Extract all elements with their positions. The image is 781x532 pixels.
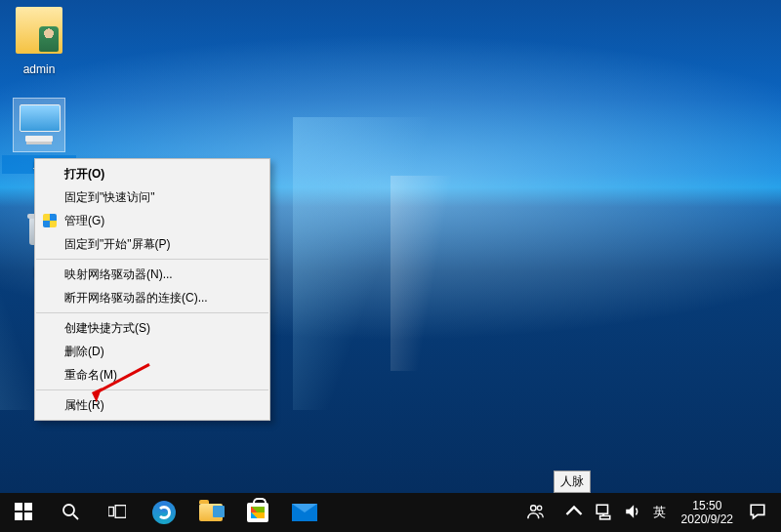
ctx-rename[interactable]: 重命名(M) — [35, 363, 269, 387]
store-icon — [247, 503, 268, 522]
action-center[interactable] — [743, 493, 772, 532]
svg-rect-6 — [108, 507, 113, 515]
ctx-separator — [36, 389, 268, 390]
ctx-separator — [36, 312, 268, 313]
taskbar-app-explorer[interactable] — [187, 493, 234, 532]
ctx-pin-start[interactable]: 固定到"开始"屏幕(P) — [35, 232, 269, 256]
svg-point-4 — [63, 505, 74, 515]
tray-overflow[interactable] — [559, 493, 589, 532]
task-view-button[interactable] — [94, 493, 141, 532]
tray-network[interactable] — [589, 493, 618, 532]
taskbar-app-mail[interactable] — [281, 493, 328, 532]
tooltip-people: 人脉 — [554, 471, 591, 493]
chevron-up-icon — [565, 503, 583, 523]
this-pc-icon — [16, 101, 62, 147]
svg-rect-2 — [15, 512, 22, 520]
notification-icon — [749, 503, 766, 523]
taskbar: 英 15:50 2020/9/22 — [0, 493, 781, 532]
file-explorer-icon — [199, 504, 223, 521]
context-menu: 打开(O) 固定到"快速访问" 管理(G) 固定到"开始"屏幕(P) 映射网络驱… — [34, 158, 270, 421]
taskbar-app-edge[interactable] — [141, 493, 187, 532]
taskbar-app-store[interactable] — [234, 493, 281, 532]
svg-rect-7 — [115, 505, 126, 517]
svg-point-8 — [530, 505, 535, 510]
ctx-properties[interactable]: 属性(R) — [35, 393, 269, 417]
svg-rect-0 — [15, 503, 22, 511]
ime-indicator[interactable]: 英 — [647, 493, 672, 532]
desktop-icon-label: admin — [2, 61, 76, 77]
clock[interactable]: 15:50 2020/9/22 — [672, 499, 743, 526]
search-button[interactable] — [47, 493, 94, 532]
clock-date: 2020/9/22 — [681, 512, 733, 526]
system-tray: 英 15:50 2020/9/22 — [557, 493, 781, 532]
task-view-icon — [108, 503, 126, 523]
svg-rect-11 — [599, 515, 609, 518]
ctx-open[interactable]: 打开(O) — [35, 162, 269, 185]
tray-volume[interactable] — [618, 493, 647, 532]
desktop[interactable]: admin 此 回 打开(O) 固定到"快速访问" 管理(G) 固定到"开始"屏… — [0, 0, 781, 493]
svg-rect-10 — [596, 505, 607, 513]
people-icon — [527, 503, 545, 523]
ctx-disconnect-network-drive[interactable]: 断开网络驱动器的连接(C)... — [35, 286, 269, 309]
ctx-manage[interactable]: 管理(G) — [35, 209, 269, 232]
svg-line-5 — [73, 514, 78, 519]
start-button[interactable] — [0, 493, 47, 532]
taskbar-spacer — [328, 493, 514, 532]
ctx-pin-quick-access[interactable]: 固定到"快速访问" — [35, 185, 269, 209]
user-folder-icon — [16, 7, 62, 54]
svg-point-9 — [537, 506, 541, 510]
ctx-delete[interactable]: 删除(D) — [35, 340, 269, 363]
ctx-map-network-drive[interactable]: 映射网络驱动器(N)... — [35, 263, 269, 286]
svg-rect-1 — [24, 503, 32, 511]
search-icon — [62, 503, 79, 523]
clock-time: 15:50 — [692, 499, 721, 512]
desktop-icon-admin[interactable]: admin — [2, 4, 76, 77]
ctx-create-shortcut[interactable]: 创建快捷方式(S) — [35, 316, 269, 340]
mail-icon — [292, 504, 317, 521]
network-icon — [595, 503, 612, 523]
edge-icon — [152, 501, 176, 524]
shield-icon — [43, 214, 57, 227]
windows-logo-icon — [15, 503, 32, 523]
people-button[interactable] — [514, 493, 557, 532]
volume-icon — [624, 503, 641, 523]
ctx-separator — [36, 259, 268, 260]
svg-rect-3 — [24, 512, 32, 520]
